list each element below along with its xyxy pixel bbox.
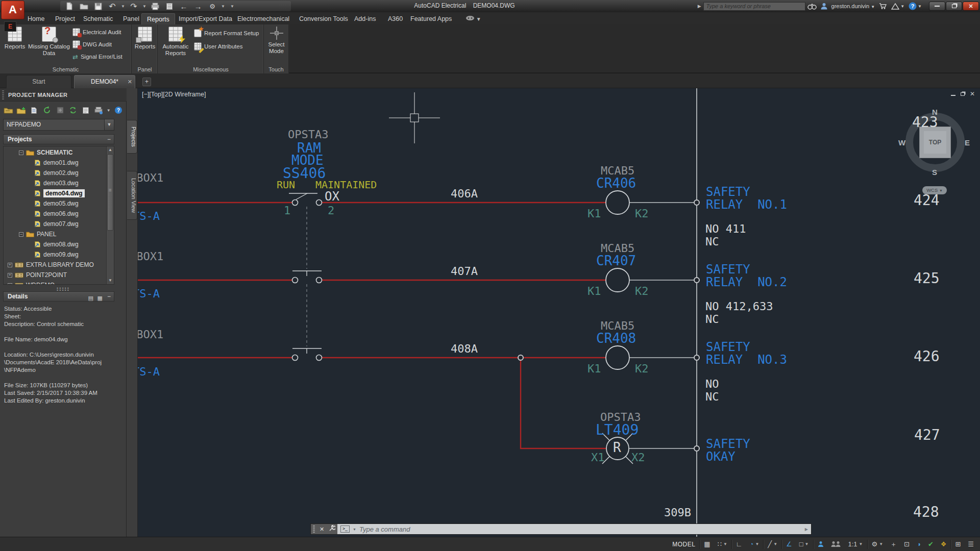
qat-customize-icon[interactable]: ▼ <box>230 4 235 9</box>
combo-dropdown-icon[interactable]: ▼ <box>104 119 114 130</box>
autoscale-button[interactable] <box>828 539 844 550</box>
drawing-minimize-icon[interactable] <box>951 95 955 96</box>
connect-icon[interactable]: ▼ <box>465 15 481 22</box>
isolate-objects-button[interactable]: ⊡ <box>901 539 913 550</box>
search-input[interactable] <box>703 2 805 11</box>
annotation-monitor-button[interactable]: ＋ <box>887 539 900 550</box>
collapse-icon[interactable]: − <box>19 232 23 237</box>
scroll-down-icon[interactable]: ▼ <box>107 277 114 284</box>
tree-item-demo02[interactable]: demo02.dwg <box>4 168 79 178</box>
undo-dropdown-icon[interactable]: ▼ <box>120 4 126 9</box>
command-bar-customize-icon[interactable] <box>329 524 335 534</box>
tree-item-demo06[interactable]: demo06.dwg <box>4 209 79 219</box>
viewcube-top-face[interactable]: TOP <box>919 127 951 158</box>
tree-item-wddemo[interactable]: + WDDEMO <box>4 280 55 285</box>
trusted-autoload-button[interactable]: ✔ <box>925 539 937 550</box>
tab-project[interactable]: Project <box>50 13 80 24</box>
palette-grip[interactable] <box>2 90 4 99</box>
expand-icon[interactable]: + <box>8 273 12 278</box>
drawing-close-icon[interactable]: ✕ <box>970 90 975 97</box>
help-icon[interactable]: ? ▼ <box>909 2 922 10</box>
polar-tracking-button[interactable]: ◔ ▼ <box>747 539 763 550</box>
dwg-audit-button[interactable]: DWG Audit <box>72 40 112 49</box>
missing-catalog-data-button[interactable]: ? Missing Catalog Data <box>28 27 70 57</box>
collapse-details-icon[interactable]: − <box>107 292 111 301</box>
workspace-dropdown-icon[interactable]: ▼ <box>879 542 883 546</box>
command-input-field[interactable]: >_ ▼ ▶ <box>337 524 811 534</box>
tab-add-ins[interactable]: Add-ins <box>349 13 381 24</box>
viewport-controls-label[interactable]: [−][Top][2D Wireframe] <box>142 91 206 98</box>
grid-display-button[interactable]: ▦ <box>701 539 713 550</box>
collapse-icon[interactable]: − <box>19 151 23 155</box>
viewcube-east[interactable]: E <box>965 138 970 147</box>
tab-home[interactable]: Home <box>22 13 50 24</box>
tree-item-point2point[interactable]: + POINT2POINT <box>4 270 67 280</box>
scrollbar-thumb[interactable] <box>107 154 113 231</box>
file-tab-demo04[interactable]: DEMO04* ✕ <box>74 75 135 88</box>
annotation-visibility-button[interactable] <box>815 539 827 550</box>
project-update-icon[interactable] <box>55 105 65 116</box>
next-project-drawing-icon[interactable]: → <box>192 2 204 11</box>
details-view-icon[interactable]: ▤ <box>88 293 93 303</box>
a360-icon[interactable]: ▼ <box>891 3 904 10</box>
restore-button[interactable] <box>946 2 962 11</box>
tab-schematic[interactable]: Schematic <box>78 13 118 24</box>
search-binoculars-icon[interactable] <box>807 3 817 10</box>
viewcube-south[interactable]: S <box>932 168 937 177</box>
panel-title-touch[interactable]: Touch <box>264 66 288 72</box>
open-folder-icon[interactable] <box>78 2 90 11</box>
clean-screen-button[interactable]: ⊞ <box>952 539 964 550</box>
signal-error-list-button[interactable]: ⇄ Signal Error/List <box>72 52 122 61</box>
tree-item-demo08[interactable]: demo08.dwg <box>4 239 79 249</box>
drawing-canvas[interactable]: [−][Top][2D Wireframe] ✕ N S W E TOP WCS… <box>138 88 980 537</box>
object-snap-button[interactable]: □ ▼ <box>796 539 812 550</box>
panel-title-schematic[interactable]: Schematic <box>0 66 131 72</box>
command-scroll-icon[interactable]: ▶ <box>805 527 808 532</box>
panel-title-panel[interactable]: Panel <box>132 66 157 72</box>
close-button[interactable]: ✕ <box>963 2 979 11</box>
scroll-up-icon[interactable]: ▲ <box>107 146 114 154</box>
workspace-tool-icon[interactable]: ⚙ <box>206 2 218 11</box>
redo-icon[interactable]: ↷ <box>128 2 140 11</box>
tree-item-demo04-selected[interactable]: demo04.dwg <box>4 188 85 198</box>
snap-mode-button[interactable]: ∷ ▼ <box>715 539 730 550</box>
palette-splitter[interactable]: •••••••••• <box>46 287 81 290</box>
command-prompt-icon[interactable]: >_ <box>340 525 350 533</box>
undo-icon[interactable]: ↶ <box>106 2 118 11</box>
tree-item-extra-library-demo[interactable]: + EXTRA LIBRARY DEMO <box>4 260 94 270</box>
snap-dropdown-icon[interactable]: ▼ <box>723 542 727 546</box>
details-section-header[interactable]: Details ▤ ▦ − <box>3 291 114 302</box>
osnap-dropdown-icon[interactable]: ▼ <box>805 542 809 546</box>
tree-item-demo05[interactable]: demo05.dwg <box>4 198 79 209</box>
annotation-scale-button[interactable]: 1:1 ▼ <box>845 539 866 550</box>
collapse-projects-icon[interactable]: − <box>107 135 111 144</box>
command-input[interactable] <box>359 525 802 533</box>
electrical-audit-button[interactable]: Electrical Audit <box>72 28 121 37</box>
projects-section-header[interactable]: Projects − <box>3 134 114 144</box>
file-tab-start[interactable]: Start <box>6 75 71 88</box>
panel-title-miscellaneous[interactable]: Miscellaneous <box>158 66 263 72</box>
viewcube-west[interactable]: W <box>898 138 905 147</box>
workspace-dropdown-icon[interactable]: ▼ <box>220 4 226 9</box>
scale-dropdown-icon[interactable]: ▼ <box>859 542 863 546</box>
drawing-restore-icon[interactable] <box>961 92 965 96</box>
sheet-set-icon[interactable] <box>163 2 176 11</box>
store-cart-icon[interactable] <box>879 3 887 10</box>
report-format-setup-button[interactable]: ★ Report Format Setup <box>194 29 259 38</box>
new-project-icon[interactable] <box>16 105 26 116</box>
toolbar-more-icon[interactable]: ▼ <box>107 108 111 113</box>
tab-conversion-tools[interactable]: Conversion Tools <box>294 13 353 24</box>
select-mode-button[interactable]: Select Mode <box>265 27 287 55</box>
refresh-icon[interactable] <box>42 105 52 116</box>
application-menu-button[interactable]: A▼ <box>1 1 24 19</box>
polar-dropdown-icon[interactable]: ▼ <box>755 542 759 546</box>
search-expand-icon[interactable]: ▶ <box>698 4 701 9</box>
publish-icon[interactable] <box>81 105 91 116</box>
previous-project-drawing-icon[interactable]: ← <box>178 2 190 11</box>
performance-button[interactable]: ❖ <box>938 539 950 550</box>
project-selector-combo[interactable]: NFPADEMO ▼ <box>3 119 114 131</box>
tree-scrollbar[interactable]: ▲ ▼ <box>106 146 114 284</box>
expand-icon[interactable]: + <box>8 263 12 267</box>
new-drawing-icon[interactable] <box>29 105 39 116</box>
new-file-icon[interactable] <box>63 2 76 11</box>
